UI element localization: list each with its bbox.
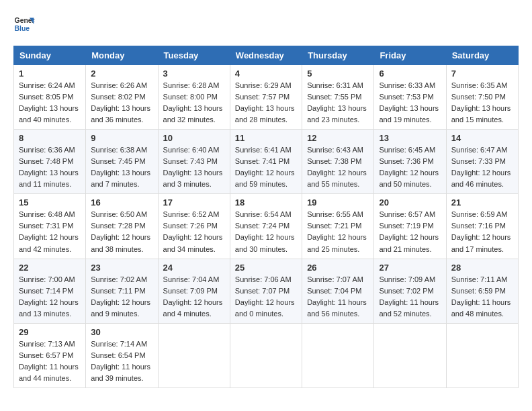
day-info: Sunrise: 6:59 AM Sunset: 7:16 PM Dayligh…: [451, 209, 513, 255]
sunset-text: Sunset: 7:24 PM: [235, 222, 290, 230]
sunrise-text: Sunrise: 7:09 AM: [379, 275, 435, 283]
day-info: Sunrise: 7:14 AM Sunset: 6:54 PM Dayligh…: [91, 338, 152, 384]
sunset-text: Sunset: 7:31 PM: [19, 222, 73, 230]
day-number: 14: [451, 133, 513, 143]
calendar-week-row: 22 Sunrise: 7:00 AM Sunset: 7:14 PM Dayl…: [14, 259, 519, 323]
calendar-week-row: 15 Sunrise: 6:48 AM Sunset: 7:31 PM Dayl…: [14, 194, 519, 259]
sunrise-text: Sunrise: 6:48 AM: [19, 210, 75, 218]
calendar-day-cell: 9 Sunrise: 6:38 AM Sunset: 7:45 PM Dayli…: [86, 130, 158, 194]
day-number: 20: [379, 197, 441, 208]
day-info: Sunrise: 7:07 AM Sunset: 7:04 PM Dayligh…: [307, 274, 369, 320]
calendar-day-cell: 19 Sunrise: 6:55 AM Sunset: 7:21 PM Dayl…: [302, 194, 374, 259]
day-number: 9: [91, 133, 152, 143]
calendar-day-cell: 26 Sunrise: 7:07 AM Sunset: 7:04 PM Dayl…: [302, 259, 374, 323]
day-info: Sunrise: 6:54 AM Sunset: 7:24 PM Dayligh…: [235, 209, 297, 255]
sunset-text: Sunset: 7:45 PM: [91, 157, 145, 165]
sunset-text: Sunset: 7:33 PM: [451, 157, 506, 165]
daylight-text: Daylight: 11 hours and 56 minutes.: [307, 298, 367, 318]
sunrise-text: Sunrise: 6:50 AM: [91, 210, 147, 218]
sunset-text: Sunset: 8:05 PM: [19, 93, 73, 101]
day-info: Sunrise: 6:55 AM Sunset: 7:21 PM Dayligh…: [307, 209, 369, 255]
calendar-table: SundayMondayTuesdayWednesdayThursdayFrid…: [13, 46, 519, 388]
sunrise-text: Sunrise: 7:11 AM: [451, 275, 508, 283]
day-info: Sunrise: 6:52 AM Sunset: 7:26 PM Dayligh…: [163, 209, 225, 255]
day-number: 28: [451, 263, 513, 273]
day-number: 4: [235, 68, 297, 79]
sunset-text: Sunset: 7:55 PM: [307, 93, 361, 101]
daylight-text: Daylight: 13 hours and 3 minutes.: [163, 169, 223, 188]
day-number: 27: [379, 263, 441, 273]
sunset-text: Sunset: 7:07 PM: [235, 287, 290, 295]
sunrise-text: Sunrise: 6:52 AM: [163, 210, 220, 218]
day-number: 5: [307, 68, 369, 79]
sunrise-text: Sunrise: 6:26 AM: [91, 81, 147, 89]
sunset-text: Sunset: 7:02 PM: [379, 287, 433, 295]
calendar-day-cell: [446, 323, 518, 387]
day-info: Sunrise: 6:26 AM Sunset: 8:02 PM Dayligh…: [91, 80, 152, 126]
day-number: 19: [307, 197, 369, 208]
calendar-day-cell: 8 Sunrise: 6:36 AM Sunset: 7:48 PM Dayli…: [14, 130, 86, 194]
daylight-text: Daylight: 12 hours and 13 minutes.: [19, 298, 79, 318]
sunrise-text: Sunrise: 6:24 AM: [19, 81, 75, 89]
sunrise-text: Sunrise: 6:54 AM: [235, 210, 292, 218]
sunrise-text: Sunrise: 6:55 AM: [307, 210, 363, 218]
day-number: 10: [163, 133, 225, 143]
daylight-text: Daylight: 12 hours and 42 minutes.: [19, 233, 79, 253]
daylight-text: Daylight: 11 hours and 48 minutes.: [451, 298, 511, 318]
calendar-day-cell: 25 Sunrise: 7:06 AM Sunset: 7:07 PM Dayl…: [230, 259, 302, 323]
day-number: 11: [235, 133, 297, 143]
day-info: Sunrise: 6:24 AM Sunset: 8:05 PM Dayligh…: [19, 80, 81, 126]
day-number: 17: [163, 197, 225, 208]
day-info: Sunrise: 6:48 AM Sunset: 7:31 PM Dayligh…: [19, 209, 81, 255]
sunset-text: Sunset: 7:57 PM: [235, 93, 290, 101]
sunrise-text: Sunrise: 6:29 AM: [235, 81, 292, 89]
sunrise-text: Sunrise: 7:00 AM: [19, 275, 75, 283]
weekday-header-cell: Saturday: [446, 46, 518, 65]
header: General Blue: [13, 13, 519, 35]
calendar-day-cell: 10 Sunrise: 6:40 AM Sunset: 7:43 PM Dayl…: [158, 130, 230, 194]
calendar-week-row: 29 Sunrise: 7:13 AM Sunset: 6:57 PM Dayl…: [14, 323, 519, 387]
calendar-day-cell: 15 Sunrise: 6:48 AM Sunset: 7:31 PM Dayl…: [14, 194, 86, 259]
daylight-text: Daylight: 12 hours and 38 minutes.: [91, 233, 150, 253]
weekday-header-cell: Monday: [86, 46, 158, 65]
daylight-text: Daylight: 13 hours and 40 minutes.: [19, 104, 79, 124]
day-number: 13: [379, 133, 441, 143]
sunset-text: Sunset: 7:50 PM: [451, 93, 506, 101]
daylight-text: Daylight: 13 hours and 19 minutes.: [379, 104, 439, 124]
sunrise-text: Sunrise: 6:35 AM: [451, 81, 508, 89]
calendar-day-cell: 11 Sunrise: 6:41 AM Sunset: 7:41 PM Dayl…: [230, 130, 302, 194]
sunrise-text: Sunrise: 6:38 AM: [91, 146, 147, 154]
day-number: 7: [451, 68, 513, 79]
daylight-text: Daylight: 12 hours and 30 minutes.: [235, 233, 295, 253]
weekday-header-cell: Tuesday: [158, 46, 230, 65]
daylight-text: Daylight: 12 hours and 4 minutes.: [163, 298, 223, 318]
sunrise-text: Sunrise: 7:07 AM: [307, 275, 363, 283]
weekday-header-cell: Wednesday: [230, 46, 302, 65]
day-info: Sunrise: 6:33 AM Sunset: 7:53 PM Dayligh…: [379, 80, 441, 126]
daylight-text: Daylight: 13 hours and 15 minutes.: [451, 104, 511, 124]
daylight-text: Daylight: 12 hours and 59 minutes.: [235, 169, 295, 188]
day-info: Sunrise: 6:38 AM Sunset: 7:45 PM Dayligh…: [91, 144, 152, 190]
calendar-week-row: 1 Sunrise: 6:24 AM Sunset: 8:05 PM Dayli…: [14, 65, 519, 130]
sunrise-text: Sunrise: 6:59 AM: [451, 210, 508, 218]
day-info: Sunrise: 6:41 AM Sunset: 7:41 PM Dayligh…: [235, 144, 297, 190]
sunset-text: Sunset: 7:11 PM: [91, 287, 145, 295]
day-number: 21: [451, 197, 513, 208]
calendar-day-cell: 24 Sunrise: 7:04 AM Sunset: 7:09 PM Dayl…: [158, 259, 230, 323]
calendar-day-cell: 27 Sunrise: 7:09 AM Sunset: 7:02 PM Dayl…: [374, 259, 446, 323]
day-info: Sunrise: 7:06 AM Sunset: 7:07 PM Dayligh…: [235, 274, 297, 320]
day-info: Sunrise: 6:28 AM Sunset: 8:00 PM Dayligh…: [163, 80, 225, 126]
weekday-header-row: SundayMondayTuesdayWednesdayThursdayFrid…: [14, 46, 519, 65]
logo: General Blue: [13, 13, 35, 35]
calendar-day-cell: 3 Sunrise: 6:28 AM Sunset: 8:00 PM Dayli…: [158, 65, 230, 130]
sunrise-text: Sunrise: 6:47 AM: [451, 146, 508, 154]
daylight-text: Daylight: 12 hours and 46 minutes.: [451, 169, 511, 188]
weekday-header-cell: Friday: [374, 46, 446, 65]
daylight-text: Daylight: 13 hours and 7 minutes.: [91, 169, 150, 188]
sunset-text: Sunset: 7:38 PM: [307, 157, 361, 165]
calendar-day-cell: 29 Sunrise: 7:13 AM Sunset: 6:57 PM Dayl…: [14, 323, 86, 387]
calendar-day-cell: 1 Sunrise: 6:24 AM Sunset: 8:05 PM Dayli…: [14, 65, 86, 130]
sunset-text: Sunset: 6:59 PM: [451, 287, 506, 295]
calendar-day-cell: [302, 323, 374, 387]
sunset-text: Sunset: 7:53 PM: [379, 93, 433, 101]
